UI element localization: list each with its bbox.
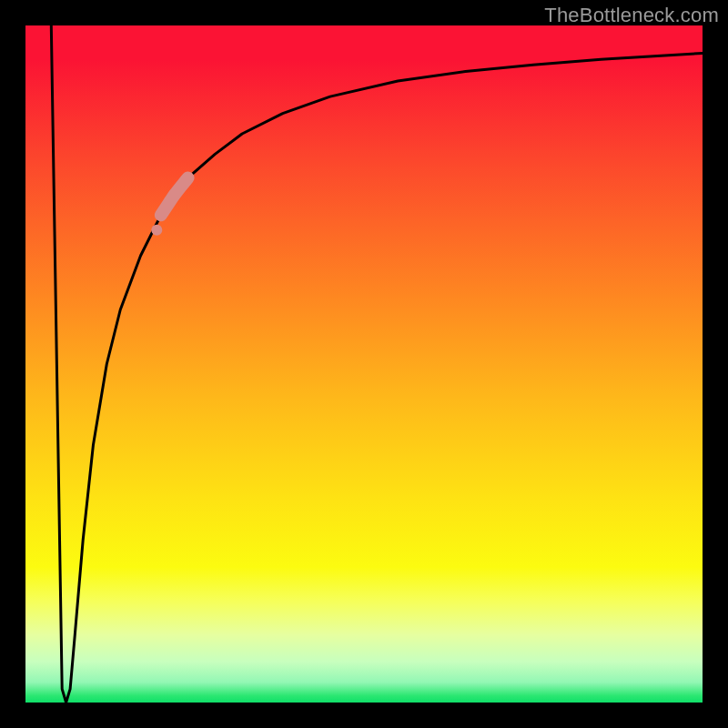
plot-area (25, 25, 703, 703)
curve-layer (25, 25, 703, 703)
watermark-text: TheBottleneck.com (544, 4, 719, 27)
chart-frame: TheBottleneck.com (0, 0, 728, 728)
highlight-end-dot (151, 225, 162, 236)
highlight-segment-path (161, 177, 188, 215)
bottleneck-curve-path (51, 25, 703, 703)
